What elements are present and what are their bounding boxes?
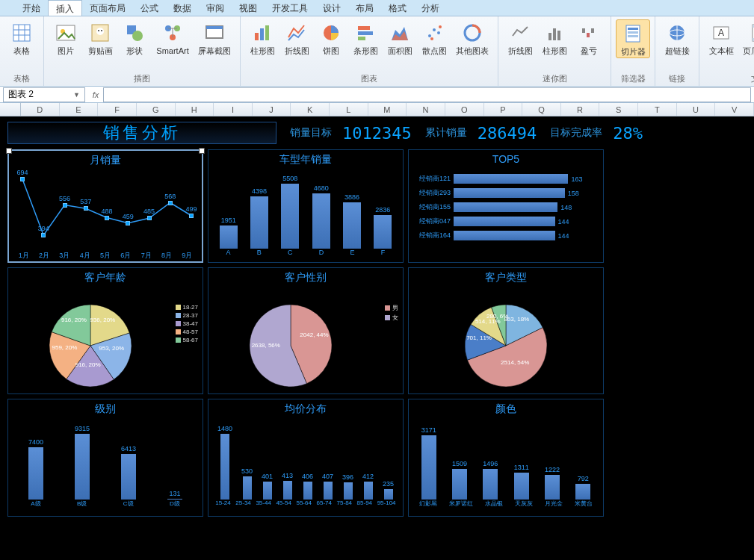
- ribbon-spark-line-button[interactable]: 折线图: [503, 19, 537, 57]
- tab-dev[interactable]: 开发工具: [265, 0, 315, 16]
- hbar-row: 经销商047144: [412, 217, 596, 226]
- column-header[interactable]: L: [330, 103, 368, 116]
- x-tick: D级: [170, 500, 180, 508]
- ribbon-table-button[interactable]: 表格: [4, 19, 39, 57]
- tab-insert[interactable]: 插入: [48, 0, 82, 16]
- column-header[interactable]: I: [214, 103, 253, 116]
- column-header[interactable]: T: [638, 103, 677, 116]
- ribbon-header-footer-button[interactable]: 页眉和页脚: [738, 19, 754, 66]
- column-header[interactable]: H: [176, 103, 214, 116]
- ribbon-button-label: 饼图: [323, 46, 339, 55]
- svg-point-31: [437, 31, 440, 34]
- spark-col-icon: [543, 21, 566, 45]
- slice-label: 916, 20%: [61, 317, 87, 323]
- x-tick: B: [257, 249, 262, 256]
- tab-format[interactable]: 格式: [381, 0, 414, 16]
- tab-analyze[interactable]: 分析: [414, 0, 447, 16]
- ribbon-other-chart-button[interactable]: 其他图表: [451, 19, 493, 57]
- tab-layout[interactable]: 布局: [348, 0, 381, 16]
- chart-price[interactable]: 均价分布148053040141340640739641223515-2425-…: [208, 399, 404, 517]
- svg-point-32: [430, 37, 433, 40]
- column-header[interactable]: Q: [522, 103, 561, 116]
- data-label: 488: [101, 208, 112, 215]
- formula-input[interactable]: [103, 87, 751, 102]
- ribbon-line-chart-button[interactable]: 折线图: [279, 19, 314, 57]
- hbar-row: 经销商121163: [412, 174, 596, 184]
- column-header[interactable]: F: [98, 103, 137, 116]
- ribbon-spark-col-button[interactable]: 柱形图: [537, 19, 572, 57]
- column-header[interactable]: N: [407, 103, 445, 116]
- data-label: 537: [80, 198, 91, 205]
- ribbon-hyperlink-button[interactable]: 超链接: [660, 19, 694, 57]
- data-point: [126, 221, 130, 225]
- ribbon-button-label: 折线图: [285, 46, 309, 55]
- ribbon-group-文本: A文本框页眉和页脚A艺术字文本: [699, 16, 754, 86]
- data-label: 1509: [452, 460, 467, 467]
- ribbon-pie-chart-button[interactable]: 饼图: [314, 19, 348, 57]
- tab-start[interactable]: 开始: [15, 0, 48, 16]
- column-header[interactable]: J: [253, 103, 291, 116]
- column-header[interactable]: P: [484, 103, 523, 116]
- x-tick: B级: [77, 500, 87, 508]
- ribbon-spark-winloss-button[interactable]: 盈亏: [572, 19, 606, 57]
- chart-title: 客户年龄: [8, 268, 203, 286]
- chart-top5[interactable]: TOP5经销商121163经销商293158经销商155148经销商047144…: [408, 149, 604, 263]
- chart-level[interactable]: 级别740093156413131A级B级C级D级: [7, 399, 203, 517]
- chart-type[interactable]: 客户类型863, 18%2514, 54%701, 11%514, 11%280…: [408, 267, 604, 394]
- ribbon-picture-button[interactable]: 图片: [49, 19, 83, 57]
- chart-title: 颜色: [409, 399, 603, 417]
- x-tick: 7月: [141, 251, 152, 261]
- column-header[interactable]: E: [60, 103, 99, 116]
- name-box[interactable]: 图表 2 ▼: [3, 87, 85, 102]
- column-header[interactable]: R: [561, 103, 600, 116]
- bar: [283, 481, 292, 500]
- chart-color[interactable]: 颜色31711509149613111222792幻影黑米罗诺红水晶银天灰灰月光…: [408, 399, 604, 517]
- column-header[interactable]: K: [291, 103, 330, 116]
- clipart-icon: [88, 21, 112, 45]
- ribbon-button-label: 屏幕截图: [198, 46, 231, 55]
- data-label: 396: [342, 473, 353, 481]
- ribbon-shapes-button[interactable]: 形状: [117, 19, 152, 57]
- column-header[interactable]: G: [137, 103, 176, 116]
- select-all-triangle[interactable]: [0, 103, 21, 116]
- x-tick: 85-94: [357, 500, 372, 506]
- chart-model[interactable]: 车型年销量195143985508468038862836ABCDEF: [208, 149, 404, 263]
- ribbon-textbox-button[interactable]: A文本框: [704, 19, 738, 57]
- svg-rect-44: [628, 35, 638, 37]
- ribbon-scatter-chart-button[interactable]: 散点图: [417, 19, 451, 57]
- chevron-down-icon[interactable]: ▼: [73, 91, 80, 99]
- svg-point-8: [96, 28, 104, 35]
- chart-gender[interactable]: 客户性别2042, 44%2638, 56%男女: [208, 267, 404, 394]
- ribbon-screenshot-button[interactable]: 屏幕截图: [194, 19, 235, 57]
- x-tick: 25-34: [235, 500, 250, 506]
- ribbon-group-label: 迷你图: [543, 73, 567, 84]
- tab-review[interactable]: 审阅: [199, 0, 232, 16]
- x-tick: 2月: [39, 251, 49, 261]
- ribbon-button-label: 折线图: [508, 46, 533, 55]
- ribbon-smartart-button[interactable]: SmartArt: [152, 19, 194, 57]
- ribbon-group-表格: 表格表格: [0, 16, 44, 86]
- column-header[interactable]: M: [368, 103, 407, 116]
- column-header[interactable]: S: [599, 103, 638, 116]
- ribbon-clipart-button[interactable]: 剪贴画: [83, 19, 117, 57]
- tab-view[interactable]: 视图: [232, 0, 265, 16]
- ribbon-area-chart-button[interactable]: 面积图: [383, 19, 417, 57]
- tab-design[interactable]: 设计: [315, 0, 348, 16]
- kpi-completion-label: 目标完成率: [550, 126, 602, 140]
- ribbon-slicer-button[interactable]: 切片器: [616, 19, 650, 58]
- tab-data[interactable]: 数据: [166, 0, 199, 16]
- column-header[interactable]: V: [715, 103, 754, 116]
- ribbon-bar-chart-button[interactable]: 条形图: [348, 19, 383, 57]
- tab-page-layout[interactable]: 页面布局: [82, 0, 133, 16]
- ribbon-group-label: 图表: [361, 73, 377, 84]
- tab-formulas[interactable]: 公式: [133, 0, 166, 16]
- ribbon-column-chart-button[interactable]: 柱形图: [245, 19, 279, 57]
- fx-icon[interactable]: fx: [88, 90, 103, 99]
- chart-age[interactable]: 客户年龄936, 20%953, 20%916, 20%959, 20%916,…: [7, 267, 203, 394]
- column-header[interactable]: D: [21, 103, 60, 116]
- bar: [374, 215, 392, 249]
- column-header[interactable]: U: [677, 103, 716, 116]
- chart-monthly[interactable]: 月销量6943945565374884594855684991月2月3月4月5月…: [7, 149, 203, 263]
- column-header[interactable]: O: [445, 103, 484, 116]
- svg-point-12: [132, 31, 143, 41]
